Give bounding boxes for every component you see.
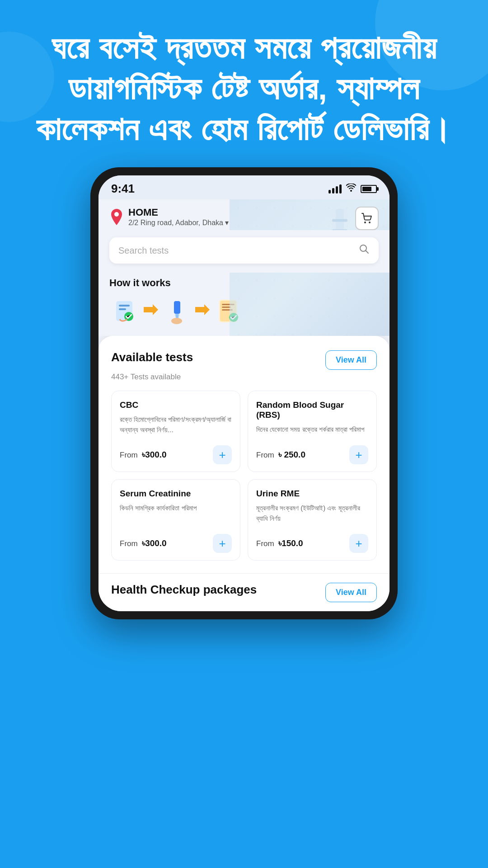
cart-button[interactable] xyxy=(355,207,379,230)
search-input[interactable]: Search tests xyxy=(118,245,353,256)
test-name-urine-rme: Urine RME xyxy=(256,489,368,499)
hiw-arrow-2 xyxy=(195,304,210,318)
add-cbc-button[interactable]: + xyxy=(213,445,232,464)
test-card-rbs: Random Blood Sugar (RBS) দিনের যেকোনো সম… xyxy=(248,391,377,472)
location-section[interactable]: HOME 2/2 Ring road, Adabor, Dhaka ▾ xyxy=(109,207,229,227)
status-icons xyxy=(328,184,377,194)
add-rbs-button[interactable]: + xyxy=(349,445,368,464)
location-text: HOME 2/2 Ring road, Adabor, Dhaka ▾ xyxy=(128,207,229,227)
test-card-urine-rme: Urine RME মূত্রনালীর সংক্রমণ (ইউটিআই) এব… xyxy=(248,479,377,561)
test-desc-cbc: রক্তে হিমোগ্লোবিনের পরিমাণ/সংক্রমণ/অ্যাল… xyxy=(120,415,232,435)
hiw-step-1-icon xyxy=(109,295,141,327)
hiw-arrow-1 xyxy=(144,304,158,318)
test-footer-rbs: From ৳ 250.0 + xyxy=(256,445,368,464)
available-tests-header: Available tests View All xyxy=(111,350,377,370)
available-tests-count: 443+ Tests available xyxy=(111,373,377,382)
svg-marker-20 xyxy=(195,304,210,315)
test-footer-serum-creatinine: From ৳300.0 + xyxy=(120,534,232,553)
phone-screen: 9:41 xyxy=(99,175,389,611)
battery-icon xyxy=(361,185,377,193)
test-card-serum-creatinine: Serum Creatinine কিডনি সামগ্রিক কার্যকার… xyxy=(111,479,240,561)
test-price-urine-rme: From ৳150.0 xyxy=(256,538,303,548)
test-desc-serum-creatinine: কিডনি সামগ্রিক কার্যকারিতা পরিমাপ xyxy=(120,503,232,514)
test-desc-urine-rme: মূত্রনালীর সংক্রমণ (ইউটিআই) এবং মূত্রনাল… xyxy=(256,503,368,524)
available-tests-title: Available tests xyxy=(111,350,193,364)
location-type-label: HOME xyxy=(128,207,158,218)
add-urine-rme-button[interactable]: + xyxy=(349,534,368,553)
chevron-down-icon: ▾ xyxy=(225,218,229,227)
svg-point-8 xyxy=(364,222,366,223)
app-header: HOME 2/2 Ring road, Adabor, Dhaka ▾ xyxy=(99,199,389,336)
test-price-serum-creatinine: From ৳300.0 xyxy=(120,538,167,548)
signal-icon xyxy=(328,184,342,193)
view-all-tests-button[interactable]: View All xyxy=(325,350,377,370)
search-section: Search tests xyxy=(99,230,389,273)
test-price-rbs: From ৳ 250.0 xyxy=(256,450,305,460)
test-price-cbc: From ৳300.0 xyxy=(120,450,167,460)
status-time: 9:41 xyxy=(111,182,135,196)
test-footer-urine-rme: From ৳150.0 + xyxy=(256,534,368,553)
phone-frame: 9:41 xyxy=(90,167,398,619)
svg-rect-13 xyxy=(119,308,126,310)
svg-point-19 xyxy=(171,318,182,324)
test-footer-cbc: From ৳300.0 + xyxy=(120,445,232,464)
test-name-serum-creatinine: Serum Creatinine xyxy=(120,489,232,499)
status-bar: 9:41 xyxy=(99,175,389,199)
address-text: 2/2 Ring road, Adabor, Dhaka xyxy=(128,219,223,227)
search-icon xyxy=(359,244,370,257)
svg-point-7 xyxy=(114,212,119,217)
svg-marker-15 xyxy=(144,304,158,315)
location-pin-icon xyxy=(109,208,124,226)
test-name-cbc: CBC xyxy=(120,400,232,410)
health-checkup-section: Health Checkup packages View All xyxy=(99,573,389,611)
svg-rect-12 xyxy=(119,305,130,307)
svg-point-9 xyxy=(369,222,371,223)
health-checkup-header: Health Checkup packages View All xyxy=(111,583,377,602)
test-desc-rbs: দিনের যেকোনো সময় রক্তের শর্করার মাত্রা … xyxy=(256,425,368,435)
test-card-cbc: CBC রক্তে হিমোগ্লোবিনের পরিমাণ/সংক্রমণ/অ… xyxy=(111,391,240,472)
svg-rect-17 xyxy=(174,301,180,314)
add-serum-creatinine-button[interactable]: + xyxy=(213,534,232,553)
hiw-step-2-icon xyxy=(161,295,192,327)
wifi-icon xyxy=(346,184,356,194)
view-all-packages-button[interactable]: View All xyxy=(325,583,377,602)
test-name-rbs: Random Blood Sugar (RBS) xyxy=(256,400,368,420)
tests-grid: CBC রক্তে হিমোগ্লোবিনের পরিমাণ/সংক্রমণ/অ… xyxy=(111,391,377,561)
available-tests-card: Available tests View All 443+ Tests avai… xyxy=(99,336,389,573)
health-checkup-title: Health Checkup packages xyxy=(111,583,257,597)
phone-mockup: 9:41 xyxy=(0,167,488,619)
search-bar[interactable]: Search tests xyxy=(109,237,379,264)
